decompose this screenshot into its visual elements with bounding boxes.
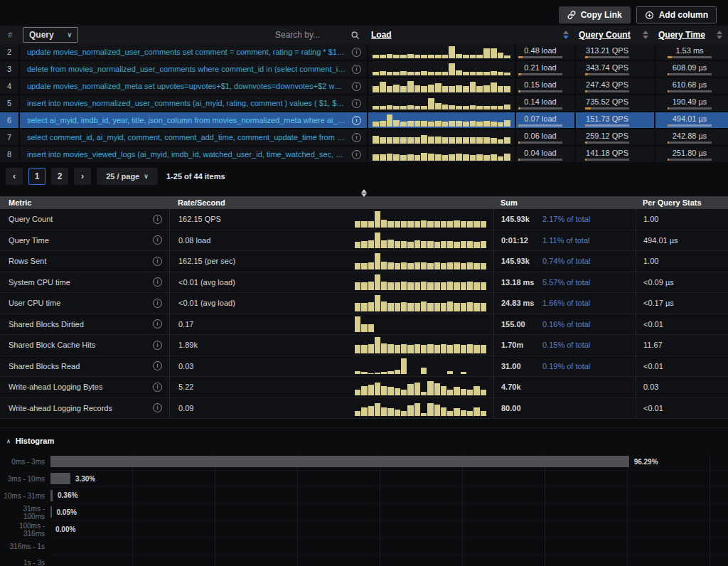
metric-column-header: Metric [0,198,169,207]
dimension-dropdown[interactable]: Query ∨ [23,27,78,43]
load-value: 0.06 load [524,132,556,140]
query-time-minibar-fill [668,142,669,144]
info-icon[interactable]: i [153,361,162,370]
add-column-button[interactable]: Add column [636,6,717,23]
copy-link-button[interactable]: Copy Link [559,6,631,23]
info-icon[interactable]: i [153,341,162,350]
next-page-button[interactable]: › [74,168,91,185]
histogram-row: 31ms - 100ms 0.05% [0,504,728,521]
info-icon[interactable]: i [153,257,162,266]
load-column-label[interactable]: Load [371,30,392,40]
info-icon[interactable]: i [352,150,361,159]
percent-of-total-link[interactable]: 0.16% of total [542,320,590,329]
query-text-link[interactable]: select ai_myid, imdb_id, year, title, js… [27,116,346,124]
query-table-row[interactable]: 6 select ai_myid, imdb_id, year, title, … [0,112,728,128]
spark-bar [427,303,433,311]
spark-bar [387,262,393,269]
spark-bar [375,337,380,353]
sort-icon-query-count[interactable] [643,31,648,39]
histogram-row: 10ms - 31ms 0.36% [0,487,728,504]
percent-of-total-link[interactable]: 0.15% of total [542,341,590,349]
query-time-minibar [668,159,712,161]
query-table-row[interactable]: 2 update movies_normalized_user_comments… [0,44,728,60]
page-button-1[interactable]: 1 [28,168,46,185]
info-icon[interactable]: i [153,277,162,287]
percent-of-total-link[interactable]: 2.17% of total [542,215,590,223]
query-table-row[interactable]: 3 delete from movies_normalized_user_com… [0,61,728,77]
spark-bar [467,262,473,269]
spark-bar [373,154,379,161]
load-sparkline [373,114,510,127]
spark-bar [373,122,379,127]
spark-bar [435,154,441,161]
query-count-column-label[interactable]: Query Count [579,30,631,40]
spark-bar [491,71,497,75]
query-count-minibar [585,73,629,75]
percent-of-total-link[interactable]: 1.66% of total [542,299,590,307]
spark-bar [355,390,360,395]
pagination: ‹ 12 › 25 / page ∨ 1-25 of 44 items [0,164,728,189]
query-text-link[interactable]: insert into movies_viewed_logs (ai_myid,… [27,150,346,159]
query-table-row[interactable]: 4 update movies_normalized_meta set upvo… [0,78,728,94]
prev-page-button[interactable]: ‹ [6,168,23,185]
query-time-column-label[interactable]: Query Time [658,30,705,40]
query-table-row[interactable]: 5 insert into movies_normalized_user_com… [0,95,728,111]
percent-of-total-link[interactable]: 0.19% of total [542,362,590,370]
metric-rate-value: 162.15 (per sec) [178,257,235,265]
search-icon[interactable] [350,31,360,40]
sort-icon-load[interactable] [563,31,569,39]
query-text-link[interactable]: update movies_normalized_user_comments s… [27,48,346,56]
spark-bar [414,106,421,110]
load-minibar [518,107,562,110]
spark-bar [373,55,379,58]
info-icon[interactable]: i [153,383,162,392]
info-icon[interactable]: i [352,48,361,57]
query-text-link[interactable]: delete from movies_normalized_user_comme… [27,65,346,73]
panel-splitter[interactable] [0,189,728,196]
info-icon[interactable]: i [352,133,361,142]
info-icon[interactable]: i [153,403,162,412]
search-input[interactable] [275,30,346,40]
info-icon[interactable]: i [153,299,162,308]
histogram-percent-label: 96.29% [634,458,658,466]
info-icon[interactable]: i [352,82,361,91]
spark-bar [407,303,413,311]
info-icon[interactable]: i [352,116,361,125]
info-icon[interactable]: i [153,215,162,224]
info-icon[interactable]: i [153,319,162,329]
metrics-table-header: Metric Rate/Second Sum Per Query Stats [0,196,728,209]
query-text-link[interactable]: insert into movies_normalized_user_comme… [27,99,346,107]
info-icon[interactable]: i [153,235,162,245]
percent-of-total-link[interactable]: 0.74% of total [542,257,590,265]
spark-bar [447,282,453,290]
spark-bar [368,302,374,311]
percent-of-total-link[interactable]: 5.57% of total [542,278,590,287]
query-text-link[interactable]: select comment_id, ai_myid, comment, com… [27,133,346,142]
info-icon[interactable]: i [352,99,361,108]
spark-bar [355,263,360,269]
histogram-percent-label: 0.00% [55,525,75,533]
metric-sparkline [355,274,486,291]
query-count-minibar-fill [585,107,591,110]
spark-bar [355,242,360,248]
load-sparkline [373,80,510,92]
spark-bar [407,72,414,75]
page-button-2[interactable]: 2 [51,168,68,185]
spark-bar [434,242,440,248]
spark-bar [380,137,386,144]
info-icon[interactable]: i [352,65,361,74]
spark-bar [421,345,427,353]
spark-bar [428,137,434,144]
spark-bar [428,154,434,161]
query-table-row[interactable]: 8 insert into movies_viewed_logs (ai_myi… [0,146,728,162]
percent-of-total-link[interactable]: 1.11% of total [542,236,589,245]
query-table-row[interactable]: 7 select comment_id, ai_myid, comment, c… [0,129,728,145]
page-size-dropdown[interactable]: 25 / page ∨ [97,168,158,185]
sort-icon-query-time[interactable] [717,31,722,39]
spark-bar [400,86,407,92]
spark-bar [456,106,462,110]
query-text-link[interactable]: update movies_normalized_meta set upvote… [27,82,346,90]
spark-bar [454,303,459,311]
spark-bar [407,242,413,248]
histogram-collapse-toggle[interactable]: ∧ Histogram [0,434,728,448]
